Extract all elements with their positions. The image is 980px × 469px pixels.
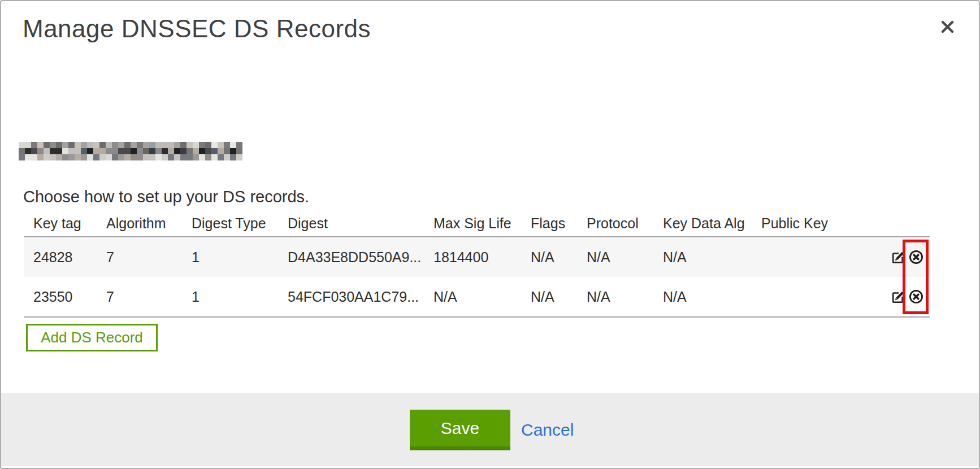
mosaic-pixel — [112, 154, 118, 160]
mosaic-pixel — [75, 154, 81, 160]
mosaic-pixel — [224, 142, 230, 148]
mosaic-pixel — [62, 154, 68, 160]
col-header-key-tag: Key tag — [24, 210, 97, 237]
mosaic-pixel — [118, 142, 124, 148]
mosaic-pixel — [44, 154, 50, 160]
col-header-flags: Flags — [521, 210, 577, 237]
cell-key-tag: 24828 — [24, 237, 97, 277]
cell-key-data-alg: N/A — [653, 237, 752, 277]
mosaic-pixel — [205, 148, 211, 154]
cancel-link[interactable]: Cancel — [521, 418, 574, 442]
delete-circle-x-icon — [909, 250, 923, 264]
mosaic-pixel — [236, 154, 242, 160]
mosaic-pixel — [143, 148, 149, 154]
mosaic-pixel — [118, 154, 124, 160]
cell-algorithm: 7 — [97, 277, 182, 317]
mosaic-pixel — [211, 154, 218, 160]
mosaic-pixel — [87, 148, 93, 154]
mosaic-pixel — [211, 148, 218, 154]
mosaic-pixel — [199, 142, 205, 148]
add-ds-record-label: Add DS Record — [41, 329, 143, 346]
mosaic-pixel — [224, 154, 230, 160]
close-icon — [941, 20, 954, 33]
mosaic-pixel — [218, 154, 224, 160]
mosaic-pixel — [162, 154, 168, 160]
mosaic-pixel — [37, 148, 44, 154]
mosaic-pixel — [44, 148, 50, 154]
col-header-actions — [883, 210, 930, 237]
mosaic-pixel — [174, 154, 180, 160]
mosaic-pixel — [75, 148, 81, 154]
mosaic-pixel — [93, 142, 99, 148]
mosaic-pixel — [44, 142, 50, 148]
modal-footer: Save — [1, 393, 979, 466]
mosaic-pixel — [224, 148, 230, 154]
mosaic-pixel — [143, 142, 149, 148]
mosaic-pixel — [155, 148, 162, 154]
mosaic-pixel — [168, 142, 174, 148]
mosaic-pixel — [205, 142, 211, 148]
edit-icon — [891, 250, 905, 264]
mosaic-pixel — [199, 154, 205, 160]
mosaic-pixel — [93, 154, 99, 160]
mosaic-pixel — [168, 154, 174, 160]
add-ds-record-button[interactable]: Add DS Record — [26, 324, 158, 351]
table-header-row: Key tag Algorithm Digest Type Digest Max… — [24, 210, 930, 237]
cell-algorithm: 7 — [97, 237, 182, 277]
mosaic-pixel — [93, 148, 99, 154]
mosaic-pixel — [218, 148, 224, 154]
save-button[interactable]: Save — [410, 410, 510, 450]
mosaic-pixel — [149, 142, 155, 148]
mosaic-pixel — [187, 148, 193, 154]
ds-records-table: Key tag Algorithm Digest Type Digest Max… — [24, 210, 930, 318]
mosaic-pixel — [37, 142, 44, 148]
close-button[interactable] — [939, 18, 956, 35]
mosaic-pixel — [174, 142, 180, 148]
delete-record-button[interactable] — [909, 289, 923, 304]
mosaic-pixel — [155, 154, 162, 160]
cell-flags: N/A — [521, 237, 577, 277]
mosaic-pixel — [112, 148, 118, 154]
mosaic-pixel — [187, 154, 193, 160]
mosaic-pixel — [62, 148, 68, 154]
instruction-text: Choose how to set up your DS records. — [23, 188, 309, 206]
mosaic-pixel — [31, 142, 37, 148]
mosaic-pixel — [193, 154, 199, 160]
edit-icon — [891, 290, 905, 304]
mosaic-pixel — [199, 148, 205, 154]
cell-digest-type: 1 — [182, 277, 278, 317]
cell-max-sig-life: N/A — [424, 277, 521, 317]
col-header-key-data-alg: Key Data Alg — [653, 210, 752, 237]
mosaic-pixel — [19, 148, 25, 154]
mosaic-pixel — [81, 154, 87, 160]
mosaic-pixel — [112, 142, 118, 148]
mosaic-pixel — [193, 148, 199, 154]
cell-protocol: N/A — [577, 237, 653, 277]
page-title: Manage DNSSEC DS Records — [23, 15, 371, 44]
mosaic-pixel — [236, 142, 242, 148]
mosaic-pixel — [50, 142, 56, 148]
edit-record-button[interactable] — [890, 289, 905, 304]
delete-record-button[interactable] — [909, 250, 923, 264]
mosaic-pixel — [180, 154, 187, 160]
mosaic-pixel — [174, 148, 180, 154]
col-header-digest: Digest — [278, 210, 424, 237]
mosaic-pixel — [62, 142, 68, 148]
mosaic-pixel — [99, 154, 106, 160]
mosaic-pixel — [168, 148, 174, 154]
mosaic-pixel — [81, 142, 87, 148]
mosaic-pixel — [193, 142, 199, 148]
mosaic-pixel — [131, 148, 137, 154]
mosaic-pixel — [124, 154, 131, 160]
mosaic-pixel — [56, 154, 62, 160]
mosaic-pixel — [131, 154, 137, 160]
table-row: 23550 7 1 54FCF030AA1C79... N/A N/A N/A … — [24, 277, 930, 317]
edit-record-button[interactable] — [890, 250, 905, 264]
col-header-public-key: Public Key — [752, 210, 883, 237]
col-header-digest-type: Digest Type — [182, 210, 278, 237]
cell-key-tag: 23550 — [24, 277, 97, 317]
cell-flags: N/A — [521, 277, 577, 317]
mosaic-pixel — [99, 148, 106, 154]
mosaic-pixel — [56, 142, 62, 148]
mosaic-pixel — [31, 154, 37, 160]
